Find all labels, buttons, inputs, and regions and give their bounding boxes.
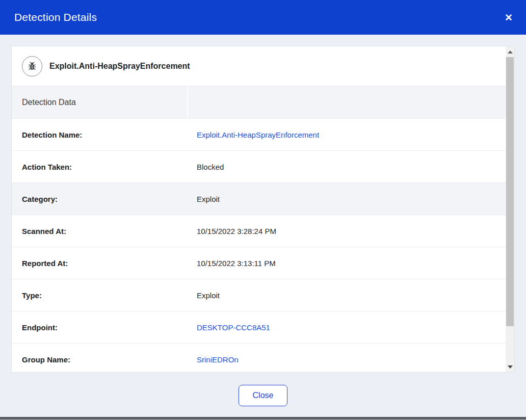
row-value: Blocked <box>188 163 224 171</box>
scrollbar-thumb[interactable] <box>506 57 514 326</box>
threat-title-row: Exploit.Anti-HeapSprayEnforcement <box>12 46 506 86</box>
row-value-link[interactable]: Exploit.Anti-HeapSprayEnforcement <box>188 130 319 139</box>
row-label: Group Name: <box>12 355 188 364</box>
table-row: Detection Name: Exploit.Anti-HeapSprayEn… <box>12 119 506 151</box>
table-row: Category: Exploit <box>12 183 506 215</box>
row-label: Reported At: <box>12 259 188 268</box>
row-label: Detection Name: <box>12 130 188 139</box>
modal-body: Exploit.Anti-HeapSprayEnforcement Detect… <box>0 35 526 420</box>
close-button[interactable]: Close <box>239 385 287 406</box>
modal-title: Detection Details <box>14 11 97 23</box>
row-value: Exploit <box>188 195 220 203</box>
scroll-down-arrow-icon[interactable] <box>506 362 514 371</box>
row-value-link[interactable]: DESKTOP-CCC8A51 <box>188 323 270 332</box>
scroll-up-arrow-icon[interactable] <box>506 47 514 56</box>
table-row: Reported At: 10/15/2022 3:13:11 PM <box>12 247 506 279</box>
detection-details-modal: Detection Details ✕ <box>0 0 526 420</box>
vertical-scrollbar[interactable] <box>506 46 514 372</box>
row-value: 10/15/2022 3:13:11 PM <box>188 259 276 268</box>
row-label: Scanned At: <box>12 227 188 235</box>
close-icon[interactable]: ✕ <box>503 11 515 24</box>
bug-icon <box>22 56 42 76</box>
row-value-link[interactable]: SriniEDROn <box>188 355 239 364</box>
table-row: Type: Exploit <box>12 279 506 311</box>
row-label: Action Taken: <box>12 163 188 171</box>
table-row: Scanned At: 10/15/2022 3:28:24 PM <box>12 215 506 247</box>
row-value: Exploit <box>188 291 220 300</box>
threat-name: Exploit.Anti-HeapSprayEnforcement <box>49 62 190 71</box>
row-label: Type: <box>12 291 188 300</box>
section-header-label: Detection Data <box>12 86 188 118</box>
row-label: Endpoint: <box>12 323 188 332</box>
detection-card: Exploit.Anti-HeapSprayEnforcement Detect… <box>11 46 515 373</box>
table-row: Endpoint: DESKTOP-CCC8A51 <box>12 311 506 344</box>
table-row: Action Taken: Blocked <box>12 151 506 183</box>
row-value: 10/15/2022 3:28:24 PM <box>188 227 276 235</box>
detection-scroll-area: Exploit.Anti-HeapSprayEnforcement Detect… <box>12 46 506 372</box>
table-row: Group Name: SriniEDROn <box>12 344 506 372</box>
modal-header: Detection Details ✕ <box>0 0 526 35</box>
section-header-empty-cell <box>188 86 506 118</box>
row-label: Category: <box>12 195 188 203</box>
modal-footer: Close <box>0 373 526 406</box>
detection-table-body: Detection Name: Exploit.Anti-HeapSprayEn… <box>12 119 506 372</box>
section-header-row: Detection Data <box>12 86 506 119</box>
